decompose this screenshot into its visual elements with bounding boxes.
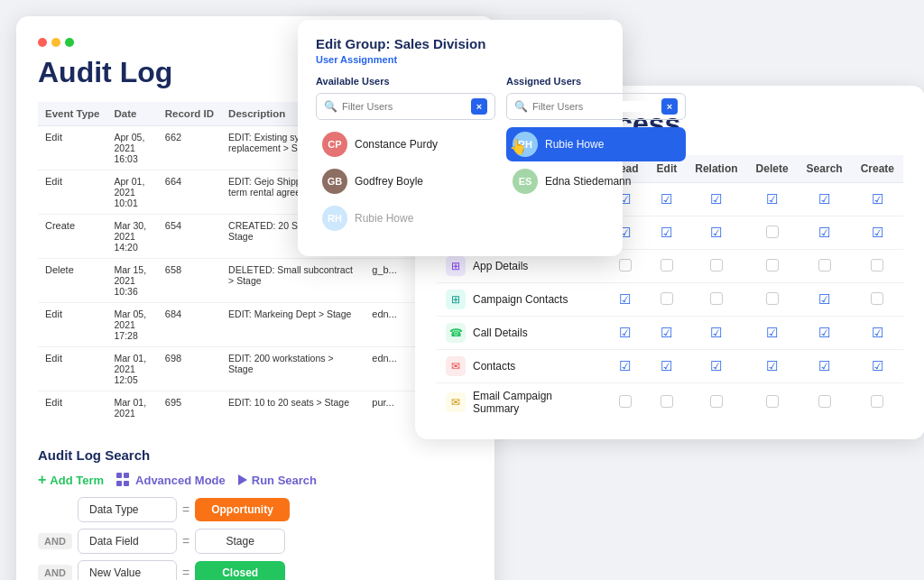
create-cell[interactable]: ☑: [852, 183, 903, 216]
value-opportunity[interactable]: Opportunity: [195, 498, 290, 521]
run-search-button[interactable]: Run Search: [238, 474, 317, 487]
relation-cell[interactable]: ☑: [686, 317, 746, 350]
checkbox-checked[interactable]: ☑: [818, 191, 830, 207]
relation-cell[interactable]: ☑: [686, 183, 746, 216]
value-closed[interactable]: Closed: [195, 561, 285, 580]
checkbox-empty[interactable]: [818, 259, 831, 272]
create-cell[interactable]: ☑: [852, 216, 903, 250]
checkbox-empty[interactable]: [619, 395, 632, 408]
delete-cell[interactable]: [747, 250, 798, 283]
create-cell[interactable]: ☑: [852, 350, 903, 383]
checkbox-checked[interactable]: ☑: [818, 291, 830, 308]
field-data-field[interactable]: Data Field: [78, 529, 177, 554]
create-cell[interactable]: [852, 283, 903, 317]
checkbox-empty[interactable]: [619, 259, 632, 272]
read-cell[interactable]: [603, 383, 647, 422]
checkbox-empty[interactable]: [818, 395, 831, 408]
edit-cell[interactable]: [648, 283, 687, 317]
checkbox-empty[interactable]: [766, 292, 779, 305]
search-cell[interactable]: ☑: [798, 317, 852, 350]
assigned-user-item[interactable]: ES Edna Stiedemann: [506, 164, 686, 198]
relation-cell[interactable]: [686, 283, 746, 317]
record-id-cell: 664: [158, 170, 221, 215]
delete-cell[interactable]: ☑: [747, 183, 798, 216]
available-user-item[interactable]: CP Constance Purdy: [316, 127, 495, 161]
create-cell[interactable]: [852, 250, 903, 283]
checkbox-empty[interactable]: [871, 395, 883, 408]
search-cell[interactable]: [798, 250, 852, 283]
checkbox-checked[interactable]: ☑: [872, 358, 883, 374]
edit-cell[interactable]: [648, 383, 687, 422]
checkbox-empty[interactable]: [710, 259, 723, 272]
edit-cell[interactable]: [648, 250, 687, 283]
field-new-value[interactable]: New Value: [78, 560, 177, 580]
delete-cell[interactable]: [747, 283, 798, 317]
relation-cell[interactable]: ☑: [686, 216, 746, 250]
checkbox-checked[interactable]: ☑: [766, 358, 778, 374]
create-cell[interactable]: ☑: [852, 317, 903, 350]
checkbox-empty[interactable]: [710, 292, 723, 305]
checkbox-empty[interactable]: [661, 292, 673, 305]
search-cell[interactable]: [798, 383, 852, 422]
available-user-item[interactable]: RH Rubie Howe: [316, 201, 495, 235]
checkbox-empty[interactable]: [871, 259, 883, 272]
field-data-type[interactable]: Data Type: [78, 497, 177, 522]
checkbox-empty[interactable]: [871, 292, 883, 305]
available-filter-input[interactable]: [342, 101, 467, 112]
add-term-button[interactable]: + Add Term: [38, 472, 104, 488]
checkbox-empty[interactable]: [661, 259, 673, 272]
table-row: ✉ Contacts ☑ ☑ ☑ ☑ ☑ ☑: [437, 350, 903, 383]
relation-cell[interactable]: ☑: [686, 350, 746, 383]
available-filter-wrap: 🔍 ×: [316, 93, 495, 120]
plus-icon: +: [38, 472, 46, 488]
checkbox-checked[interactable]: ☑: [872, 325, 883, 341]
delete-cell[interactable]: ☑: [747, 350, 798, 383]
checkbox-checked[interactable]: ☑: [710, 191, 722, 207]
assigned-user-item[interactable]: RH Rubie Howe 👆: [506, 127, 686, 161]
search-cell[interactable]: ☑: [798, 183, 852, 216]
checkbox-empty[interactable]: [710, 395, 723, 408]
edit-cell[interactable]: ☑: [648, 317, 687, 350]
checkbox-checked[interactable]: ☑: [710, 325, 722, 341]
available-user-item[interactable]: GB Godfrey Boyle: [316, 164, 495, 198]
read-cell[interactable]: ☑: [603, 283, 647, 317]
checkbox-checked[interactable]: ☑: [710, 225, 722, 241]
available-clear-button[interactable]: ×: [471, 98, 487, 115]
checkbox-checked[interactable]: ☑: [872, 225, 883, 241]
search-cell[interactable]: ☑: [798, 283, 852, 317]
checkbox-checked[interactable]: ☑: [619, 325, 631, 341]
advanced-mode-button[interactable]: Advanced Mode: [116, 473, 226, 487]
checkbox-checked[interactable]: ☑: [818, 325, 830, 341]
checkbox-checked[interactable]: ☑: [766, 325, 778, 341]
delete-cell[interactable]: [747, 383, 798, 422]
checkbox-checked[interactable]: ☑: [818, 225, 830, 241]
checkbox-empty[interactable]: [661, 395, 673, 408]
checkbox-checked[interactable]: ☑: [661, 358, 672, 374]
checkbox-checked[interactable]: ☑: [619, 291, 631, 308]
assigned-filter-input[interactable]: [532, 101, 657, 112]
value-stage[interactable]: Stage: [195, 529, 285, 554]
assigned-clear-button[interactable]: ×: [661, 98, 678, 115]
delete-cell[interactable]: [747, 216, 798, 250]
checkbox-checked[interactable]: ☑: [661, 325, 672, 341]
checkbox-empty[interactable]: [766, 226, 779, 238]
checkbox-checked[interactable]: ☑: [710, 358, 722, 374]
delete-cell[interactable]: ☑: [747, 317, 798, 350]
relation-cell[interactable]: [686, 250, 746, 283]
read-cell[interactable]: ☑: [603, 350, 647, 383]
checkbox-checked[interactable]: ☑: [818, 358, 830, 374]
event-type-cell: Edit: [38, 126, 107, 170]
search-icon-assigned: 🔍: [514, 100, 528, 113]
relation-cell[interactable]: [686, 383, 746, 422]
read-cell[interactable]: ☑: [603, 317, 647, 350]
search-cell[interactable]: ☑: [798, 350, 852, 383]
table-row: Edit Mar 01, 2021 695 EDIT: 10 to 20 sea…: [38, 391, 473, 425]
checkbox-checked[interactable]: ☑: [619, 358, 631, 374]
search-cell[interactable]: ☑: [798, 216, 852, 250]
edit-cell[interactable]: ☑: [648, 350, 687, 383]
checkbox-empty[interactable]: [766, 259, 779, 272]
checkbox-checked[interactable]: ☑: [766, 191, 778, 207]
create-cell[interactable]: [852, 383, 903, 422]
checkbox-checked[interactable]: ☑: [872, 191, 883, 207]
checkbox-empty[interactable]: [766, 395, 779, 408]
